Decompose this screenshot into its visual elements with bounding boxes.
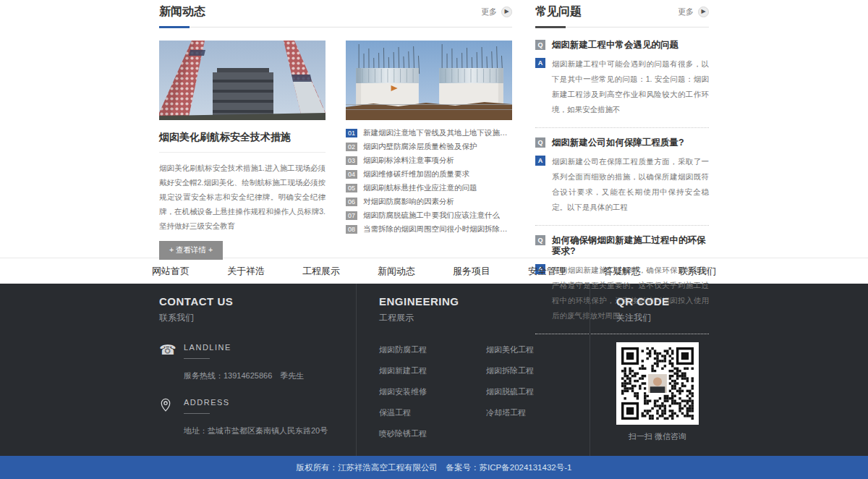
nav-item-safety[interactable]: 安全管理 <box>509 265 584 278</box>
footer-engineering-column: ENGINEERING 工程展示 烟囱防腐工程 烟囱新建工程 烟囱安装维修 保温… <box>356 284 590 456</box>
faq-question[interactable]: 烟囱新建公司如何保障工程质量? <box>552 137 684 148</box>
faq-divider <box>535 26 709 28</box>
faq-section-title: 常见问题 <box>535 4 582 20</box>
faq-question[interactable]: 如何确保钢烟囱新建施工过程中的环保要求? <box>552 235 709 257</box>
item-number-badge: 07 <box>346 211 357 220</box>
construction-photo-illustration <box>346 41 512 120</box>
answer-icon: A <box>535 156 545 166</box>
footer: CONTACT US 联系我们 ☎ LANDLINE 服务热线：13914625… <box>0 284 868 456</box>
engineering-heading: ENGINEERING <box>379 295 590 308</box>
news-list-item[interactable]: 08 当需拆除的烟囱周围空间很小时烟囱拆除施工该如... <box>346 224 512 234</box>
news-list-image[interactable] <box>346 41 512 120</box>
phone-number: 服务热线：13914625866 季先生 <box>184 370 304 381</box>
nav-item-contact[interactable]: 联系我们 <box>660 265 735 278</box>
qrcode-heading: QR CODE <box>616 295 709 308</box>
phone-icon: ☎ <box>159 343 184 381</box>
faq-more-link[interactable]: 更多 ▶ <box>678 7 709 17</box>
view-details-button[interactable]: + 查看详情 + <box>159 241 223 260</box>
label-underline <box>184 358 210 359</box>
nav-item-news[interactable]: 新闻动态 <box>359 265 434 278</box>
news-more-label: 更多 <box>481 7 497 17</box>
faq-question[interactable]: 烟囱新建工程中常会遇见的问题 <box>552 40 678 51</box>
item-number-badge: 04 <box>346 170 357 179</box>
faq-item: Q 烟囱新建公司如何保障工程质量? A 烟囱新建公司在保障工程质量方面，采取了一… <box>535 128 709 226</box>
news-list-item[interactable]: 05 烟囱刷航标悬挂作业应注意的问题 <box>346 183 512 193</box>
item-number-badge: 02 <box>346 143 357 151</box>
wechat-qr-code <box>616 342 699 425</box>
address-text: 地址：盐城市盐都区秦南镇人民东路20号 <box>184 425 328 436</box>
featured-article-title[interactable]: 烟囱美化刷航标安全技术措施 <box>159 131 326 144</box>
featured-article-excerpt: 烟囱美化刷航标安全技术措施1.进入施工现场必须戴好安全帽2.烟囱美化、绘制航标施… <box>159 161 326 233</box>
landline-label: LANDLINE <box>184 343 304 352</box>
answer-icon: A <box>535 58 545 68</box>
item-number-badge: 08 <box>346 225 357 234</box>
news-list-item[interactable]: 02 烟囱内壁防腐涂层质量检验及保护 <box>346 142 512 152</box>
footer-link-desulfurization[interactable]: 烟囱脱硫工程 <box>486 387 534 396</box>
featured-article: 烟囱美化刷航标安全技术措施 烟囱美化刷航标安全技术措施1.进入施工现场必须戴好安… <box>159 41 326 260</box>
faq-item: Q 烟囱新建工程中常会遇见的问题 A 烟囱新建工程中可能会遇到的问题有很多，以下… <box>535 40 709 128</box>
footer-link-install-repair[interactable]: 烟囱安装维修 <box>379 387 427 396</box>
news-list-column: 01 新建烟囱注意地下管线及其地上地下设施的加固措施 02 烟囱内壁防腐涂层质量… <box>346 41 512 260</box>
contact-subheading: 联系我们 <box>159 312 356 324</box>
news-item-title: 对烟囱防腐影响的因素分析 <box>363 197 454 207</box>
contact-heading: CONTACT US <box>159 295 356 308</box>
question-icon: Q <box>535 235 545 245</box>
news-item-title: 烟囱刷航标悬挂作业应注意的问题 <box>363 183 477 193</box>
location-pin-icon <box>159 398 184 436</box>
label-underline <box>184 413 210 414</box>
nav-item-about[interactable]: 关于祥浩 <box>208 265 284 278</box>
question-icon: Q <box>535 137 545 148</box>
featured-article-image[interactable] <box>159 41 326 120</box>
footer-link-beautification[interactable]: 烟囱美化工程 <box>486 345 534 354</box>
engineering-subheading: 工程展示 <box>379 312 590 324</box>
news-item-title: 烟囱防腐脱硫施工中要我们应该注意什么 <box>363 211 500 221</box>
news-item-title: 烟囱维修碳纤维加固的质量要求 <box>363 169 469 179</box>
footer-link-insulation[interactable]: 保温工程 <box>379 408 411 417</box>
news-headline-list: 01 新建烟囱注意地下管线及其地上地下设施的加固措施 02 烟囱内壁防腐涂层质量… <box>346 128 512 234</box>
footer-link-cooling-tower[interactable]: 冷却塔工程 <box>486 408 526 417</box>
nav-item-home[interactable]: 网站首页 <box>133 265 208 278</box>
item-number-badge: 05 <box>346 184 357 192</box>
news-list-item[interactable]: 04 烟囱维修碳纤维加固的质量要求 <box>346 169 512 179</box>
footer-link-new-build[interactable]: 烟囱新建工程 <box>379 366 427 375</box>
qrcode-subheading: 关注我们 <box>616 312 709 324</box>
nav-item-projects[interactable]: 工程展示 <box>284 265 359 278</box>
news-list-item[interactable]: 03 烟囱刷标涂料注意事项分析 <box>346 156 512 166</box>
news-item-title: 烟囱内壁防腐涂层质量检验及保护 <box>363 142 477 152</box>
news-list-item[interactable]: 06 对烟囱防腐影响的因素分析 <box>346 197 512 207</box>
news-item-title: 当需拆除的烟囱周围空间很小时烟囱拆除施工该如... <box>363 224 512 234</box>
faq-answer: 烟囱新建公司在保障工程质量方面，采取了一系列全面而细致的措施，以确保所建烟囱既符… <box>552 154 709 215</box>
news-divider <box>159 26 512 28</box>
engineering-links-col1: 烟囱防腐工程 烟囱新建工程 烟囱安装维修 保温工程 喷砂除锈工程 <box>379 342 486 447</box>
footer-qrcode-column: QR CODE 关注我们 扫一扫 微信咨询 <box>590 284 709 456</box>
chimney-photo-illustration <box>159 41 326 120</box>
copyright-bar: 版权所有：江苏祥浩高空工程有限公司 备案号：苏ICP备2024131432号-1 <box>0 456 868 479</box>
item-number-badge: 03 <box>346 156 357 165</box>
question-icon: Q <box>535 40 545 50</box>
footer-link-sandblasting[interactable]: 喷砂除锈工程 <box>379 429 427 438</box>
news-item-title: 烟囱刷标涂料注意事项分析 <box>363 156 454 166</box>
copyright-text: 版权所有：江苏祥浩高空工程有限公司 备案号：苏ICP备2024131432号-1 <box>297 462 572 473</box>
qrcode-caption: 扫一扫 微信咨询 <box>616 431 699 442</box>
featured-divider <box>159 152 326 153</box>
footer-link-demolition[interactable]: 烟囱拆除工程 <box>486 366 534 375</box>
arrow-right-icon: ▶ <box>698 7 709 17</box>
item-number-badge: 01 <box>346 129 357 137</box>
news-more-link[interactable]: 更多 ▶ <box>481 7 512 17</box>
footer-contact-column: CONTACT US 联系我们 ☎ LANDLINE 服务热线：13914625… <box>159 284 356 456</box>
faq-more-label: 更多 <box>678 7 694 17</box>
arrow-right-icon: ▶ <box>501 7 512 17</box>
main-content: 新闻动态 更多 ▶ <box>0 0 868 258</box>
footer-link-anticorrosion[interactable]: 烟囱防腐工程 <box>379 345 427 354</box>
nav-item-faq[interactable]: 答疑解惑 <box>584 265 660 278</box>
news-item-title: 新建烟囱注意地下管线及其地上地下设施的加固措施 <box>363 128 512 138</box>
news-list-item[interactable]: 07 烟囱防腐脱硫施工中要我们应该注意什么 <box>346 211 512 221</box>
nav-item-services[interactable]: 服务项目 <box>434 265 509 278</box>
engineering-links-col2: 烟囱美化工程 烟囱拆除工程 烟囱脱硫工程 冷却塔工程 <box>486 342 534 447</box>
news-section-title: 新闻动态 <box>159 4 205 20</box>
news-list-item[interactable]: 01 新建烟囱注意地下管线及其地上地下设施的加固措施 <box>346 128 512 138</box>
address-label: ADDRESS <box>184 398 328 407</box>
faq-answer: 烟囱新建工程中可能会遇到的问题有很多，以下是其中一些常见的问题：1. 安全问题：… <box>552 56 709 117</box>
item-number-badge: 06 <box>346 198 357 206</box>
